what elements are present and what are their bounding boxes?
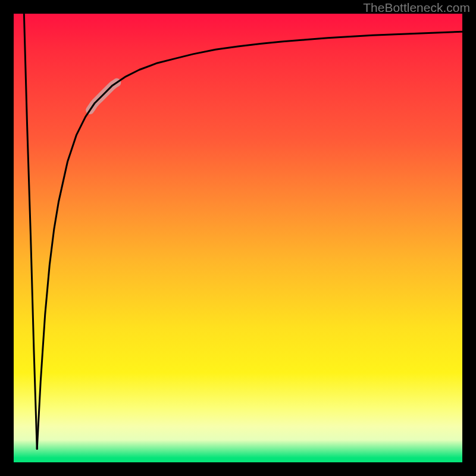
watermark-text: TheBottleneck.com bbox=[363, 1, 470, 15]
highlight-segment bbox=[90, 83, 117, 111]
chart-svg bbox=[14, 14, 462, 462]
plot-area bbox=[14, 14, 462, 462]
series-sharp-fall bbox=[24, 14, 37, 449]
chart-stage: TheBottleneck.com bbox=[0, 0, 476, 476]
